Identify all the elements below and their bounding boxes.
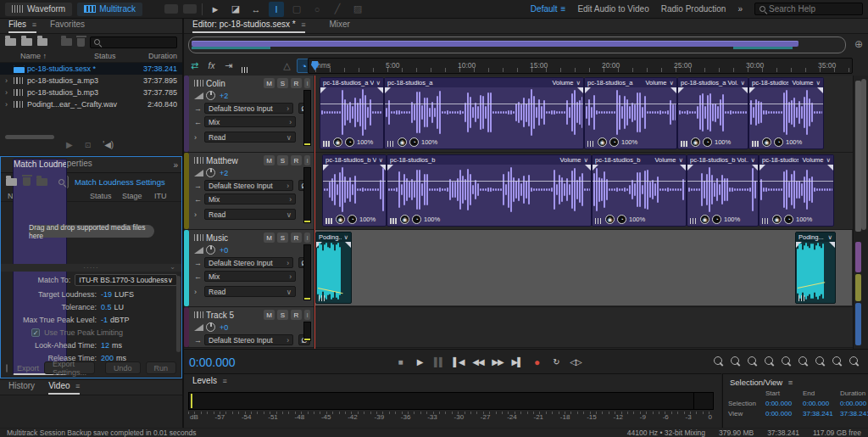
skip-selection-button[interactable]: ◁▷ <box>569 356 582 368</box>
file-row[interactable]: ›pc-18-studios_a.mp337:37.895 <box>0 75 182 87</box>
clip-gain-button[interactable]: ◉ <box>772 215 782 224</box>
chevron-down-icon[interactable]: ∨ <box>679 156 684 164</box>
track-name[interactable]: Colin <box>206 79 261 88</box>
automation-mode-select[interactable]: Read∨ <box>204 286 296 297</box>
clip-volume-label[interactable]: Volume <box>802 156 823 164</box>
audio-clip[interactable]: pc-18-studios_a V...∨◉◔100% <box>320 77 384 149</box>
timeline-ruler[interactable]: hms 5:0010:0015:0020:0025:0030:0035:00 <box>308 58 853 74</box>
open-file-icon[interactable] <box>5 38 16 46</box>
navigator-pan-icon[interactable]: ⊕ <box>854 38 863 50</box>
clip-gain-button[interactable]: ◉ <box>605 215 615 224</box>
audio-clip[interactable]: pc-18-studios_bVolume∨◉◔100% <box>387 154 592 227</box>
solo-button[interactable]: S <box>277 310 288 320</box>
clip-meter-icon[interactable] <box>752 141 760 147</box>
mute-button[interactable]: M <box>264 78 275 88</box>
track-lane[interactable]: Poding...∨Poding...∨ <box>314 230 868 306</box>
files-column-header[interactable]: Name ↑ Status Duration <box>0 50 182 63</box>
undo-button[interactable]: Undo <box>105 361 141 374</box>
clip-stretch-button[interactable]: ◔ <box>345 137 354 147</box>
chevron-down-icon[interactable]: ∨ <box>576 79 581 87</box>
volume-envelope-line[interactable] <box>749 104 823 104</box>
spot-healing-tool-icon[interactable]: ▨ <box>350 2 365 17</box>
mute-button[interactable]: M <box>264 233 275 243</box>
crossfade-icon[interactable]: ⇄ <box>187 59 202 73</box>
clip-stretch-button[interactable]: ◔ <box>617 215 626 224</box>
clip-meter-icon[interactable] <box>762 218 770 224</box>
clip-meter-icon[interactable] <box>387 141 395 147</box>
panel-splitter[interactable]: ·····⌄ <box>1 264 181 272</box>
audio-clip[interactable]: pc-18-studios_a Vol...∨◉◔100% <box>677 77 748 149</box>
field-value[interactable]: 0.5 <box>101 303 112 311</box>
tab-files[interactable]: Files ≡ <box>8 20 36 33</box>
rewind-button[interactable]: ◀◀ <box>471 356 485 368</box>
match-loudness-settings-button[interactable]: Match Loudness Settings <box>75 177 165 187</box>
clip-meter-icon[interactable] <box>390 218 398 224</box>
end-value[interactable]: 0:00.000 <box>803 399 840 409</box>
insert-into-multitrack-icon[interactable] <box>61 38 72 46</box>
duration-value[interactable]: 37:38.241 <box>840 409 868 419</box>
automation-expand-icon[interactable]: › <box>194 288 202 296</box>
volume-envelope-line[interactable] <box>387 181 591 182</box>
vertical-scroll-minimap[interactable] <box>853 76 868 349</box>
tab-editor[interactable]: Editor: pc-18-studios.sesx * ≡ <box>192 20 305 33</box>
clip-volume-label[interactable]: Volume <box>559 156 581 164</box>
clip-gain-button[interactable]: ◉ <box>691 137 700 147</box>
gain-knob[interactable] <box>206 245 215 255</box>
use-true-peak-limiting-checkbox[interactable]: ✓ <box>31 328 40 337</box>
chevron-down-icon[interactable]: ∨ <box>670 79 675 87</box>
clip-meter-icon[interactable] <box>326 218 333 224</box>
go-to-start-button[interactable]: ▌◀ <box>452 356 465 368</box>
clip-stretch-button[interactable]: ◔ <box>774 137 783 147</box>
field-value[interactable]: -19 <box>101 290 112 299</box>
paintbrush-tool-icon[interactable]: ╱ <box>330 2 345 17</box>
chevron-down-icon[interactable]: ∨ <box>376 79 381 87</box>
clip-gain-button[interactable]: ◉ <box>400 215 409 224</box>
marquee-selection-tool-icon[interactable]: ▢ <box>289 2 304 17</box>
input-select[interactable]: Default Stereo Input› <box>204 334 293 345</box>
end-value[interactable]: 37:38.241 <box>803 409 840 419</box>
clip-meter-icon[interactable] <box>319 295 326 301</box>
automation-expand-icon[interactable]: › <box>194 133 202 142</box>
solo-button[interactable]: S <box>277 233 288 243</box>
loop-preview-speaker-icon[interactable]: '◀) <box>103 140 114 149</box>
start-value[interactable]: 0:00.000 <box>765 409 803 419</box>
audio-clip[interactable]: pc-18-studios_b Vol...∨◉◔100% <box>687 154 759 227</box>
volume-envelope-line[interactable] <box>593 181 686 182</box>
field-value[interactable]: -1 <box>101 316 108 324</box>
clip-stretch-button[interactable]: ◔ <box>412 215 421 224</box>
tab-mixer[interactable]: Mixer <box>329 20 349 33</box>
volume-ramp-icon[interactable] <box>194 92 203 99</box>
zoom-to-playhead-icon[interactable] <box>762 355 776 368</box>
clip-stretch-button[interactable]: ◔ <box>609 137 619 147</box>
waveform-view-button[interactable]: Waveform <box>5 3 72 16</box>
mute-button[interactable]: M <box>264 155 275 165</box>
clip-stretch-button[interactable]: ◔ <box>348 215 357 224</box>
pause-button[interactable]: ▌▌ <box>432 356 446 368</box>
clip-gain-button[interactable]: ◉ <box>398 137 407 147</box>
lasso-selection-tool-icon[interactable]: ○ <box>309 2 325 17</box>
zoom-in-time-icon[interactable] <box>847 355 861 368</box>
workspace-radio-production[interactable]: Radio Production <box>661 4 726 14</box>
metering-icon[interactable] <box>238 59 253 73</box>
tab-levels[interactable]: Levels ≡ <box>192 376 227 388</box>
zoom-in-amplitude-icon[interactable] <box>711 355 726 368</box>
clip-gain-button[interactable]: ◉ <box>333 137 342 147</box>
track-lane[interactable]: pc-18-studios_a V...∨◉◔100%pc-18-studios… <box>314 76 868 152</box>
output-select[interactable]: Mix› <box>204 193 296 204</box>
stop-button[interactable]: ■ <box>393 356 407 368</box>
volume-ramp-icon[interactable] <box>194 170 203 176</box>
volume-ramp-icon[interactable] <box>194 324 203 331</box>
chevron-down-icon[interactable]: ∨ <box>751 156 756 164</box>
chevron-down-icon[interactable]: ∨ <box>584 156 589 164</box>
effects-rack-icon[interactable]: fx <box>204 59 219 73</box>
input-select[interactable]: Default Stereo Input› <box>204 257 293 268</box>
record-arm-button[interactable]: R <box>291 310 302 320</box>
track-gain-value[interactable]: +0 <box>220 323 228 332</box>
go-to-end-button[interactable]: ▶▌ <box>510 356 524 368</box>
zoom-out-amplitude-icon[interactable] <box>728 355 743 368</box>
volume-envelope-line[interactable] <box>323 181 386 182</box>
slip-tool-icon[interactable]: ↔ <box>248 2 264 17</box>
track-name[interactable]: Track 5 <box>206 311 261 320</box>
remove-file-icon[interactable] <box>23 177 31 186</box>
export-checkbox[interactable] <box>6 364 8 373</box>
